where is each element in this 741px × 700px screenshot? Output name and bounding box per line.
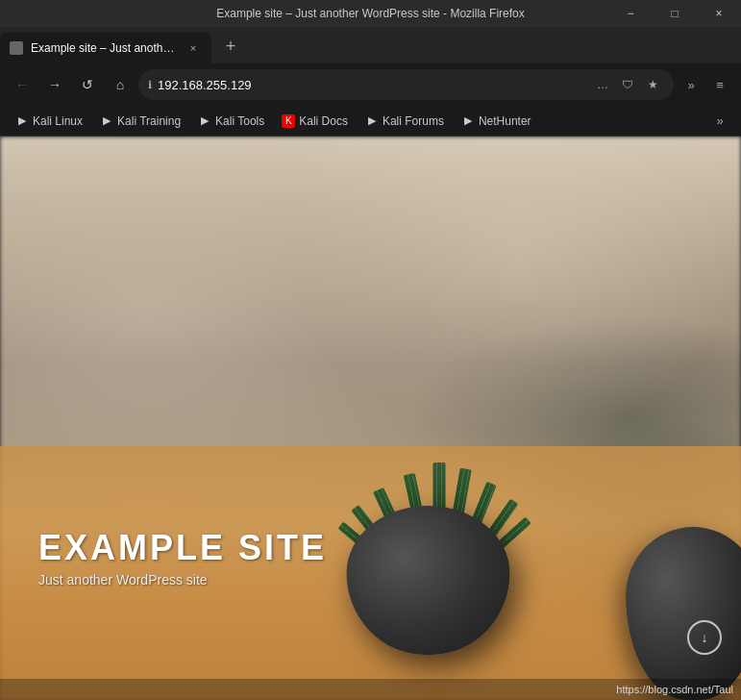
scroll-down-arrow-icon: ↓: [702, 630, 708, 645]
status-bar: https://blog.csdn.net/Taul: [0, 679, 741, 700]
bookmark-kali-linux[interactable]: ▶ Kali Linux: [8, 111, 90, 132]
site-title: EXAMPLE SITE: [38, 528, 327, 568]
window-controls: − □ ×: [608, 0, 741, 27]
tab-bar: Example site – Just another W × +: [0, 27, 741, 63]
webpage-content: EXAMPLE SITE Just another WordPress site…: [0, 137, 741, 700]
minimize-button[interactable]: −: [608, 0, 653, 27]
bookmark-kali-linux-label: Kali Linux: [33, 114, 83, 128]
bookmark-nethunter[interactable]: ▶ NetHunter: [454, 111, 539, 132]
hero-plant-container: [346, 506, 509, 655]
home-button[interactable]: ⌂: [106, 70, 135, 99]
bookmark-star-icon[interactable]: ★: [641, 73, 664, 96]
address-bar-actions: … 🛡 ★: [591, 73, 664, 96]
browser-titlebar: Example site – Just another WordPress si…: [0, 0, 741, 27]
refresh-button[interactable]: ↺: [73, 70, 102, 99]
bookmark-kali-tools-label: Kali Tools: [215, 114, 264, 128]
site-title-overlay: EXAMPLE SITE Just another WordPress site: [38, 528, 327, 588]
bookmark-nethunter-label: NetHunter: [479, 114, 531, 128]
address-bar[interactable]: ℹ … 🛡 ★: [138, 69, 674, 100]
bookmark-kali-training[interactable]: ▶ Kali Training: [92, 111, 188, 132]
bookmark-kali-forums[interactable]: ▶ Kali Forums: [358, 111, 452, 132]
bookmarks-bar: ▶ Kali Linux ▶ Kali Training ▶ Kali Tool…: [0, 106, 741, 137]
status-link: https://blog.csdn.net/Taul: [616, 684, 733, 695]
tab-close-button[interactable]: ×: [185, 39, 202, 57]
back-button[interactable]: ←: [8, 70, 37, 99]
nav-extras: » ≡: [678, 71, 733, 98]
kali-forums-icon: ▶: [365, 114, 379, 128]
site-subtitle: Just another WordPress site: [38, 572, 327, 588]
scroll-down-button[interactable]: ↓: [687, 620, 722, 655]
tab-label: Example site – Just another W: [31, 41, 177, 55]
tab-favicon: [10, 41, 23, 55]
nethunter-icon: ▶: [461, 114, 475, 128]
navigation-bar: ← → ↺ ⌂ ℹ … 🛡 ★ » ≡: [0, 63, 741, 106]
more-options-icon[interactable]: …: [591, 73, 614, 96]
kali-training-icon: ▶: [100, 114, 113, 128]
bookmarks-overflow-button[interactable]: »: [706, 108, 733, 135]
bookmark-kali-docs[interactable]: K Kali Docs: [274, 111, 356, 132]
address-input[interactable]: [158, 78, 585, 92]
kali-tools-icon: ▶: [198, 114, 211, 128]
browser-tab-active[interactable]: Example site – Just another W ×: [0, 33, 211, 63]
forward-button[interactable]: →: [40, 70, 69, 99]
new-tab-button[interactable]: +: [215, 31, 246, 62]
close-button[interactable]: ×: [697, 0, 741, 27]
kali-linux-icon: ▶: [15, 114, 29, 128]
bookmark-kali-forums-label: Kali Forums: [383, 114, 444, 128]
hamburger-menu-button[interactable]: ≡: [706, 71, 733, 98]
security-icon: ℹ: [148, 79, 152, 91]
maximize-button[interactable]: □: [653, 0, 697, 27]
plant-pot: [346, 506, 509, 655]
bookmark-kali-docs-label: Kali Docs: [299, 114, 348, 128]
shield-icon[interactable]: 🛡: [616, 73, 639, 96]
overflow-button[interactable]: »: [678, 71, 704, 98]
bookmark-kali-tools[interactable]: ▶ Kali Tools: [190, 111, 272, 132]
bookmark-kali-training-label: Kali Training: [117, 114, 181, 128]
kali-docs-icon: K: [282, 114, 295, 128]
